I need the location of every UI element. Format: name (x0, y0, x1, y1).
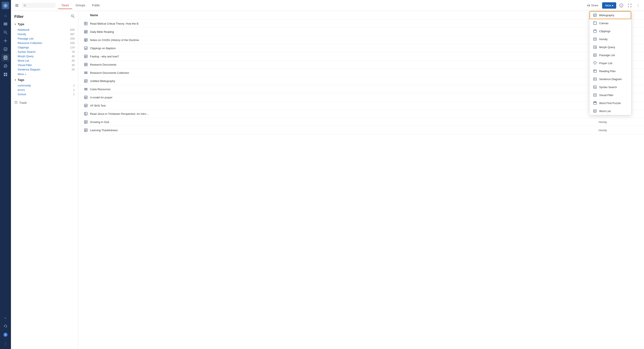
filter-word-list[interactable]: Word List 36 (14, 58, 75, 63)
list-item[interactable]: Read Biblical Critical Theory: How the B (78, 19, 644, 28)
list-item[interactable]: Research Documents Collection (78, 69, 644, 77)
resource-collection-label: Resource Collection (18, 41, 42, 44)
tag-school-count: 1 (73, 93, 75, 96)
filter-notebook[interactable]: Notebook 626 (14, 27, 75, 32)
library-nav-icon[interactable] (2, 20, 9, 28)
toolbar-search-box[interactable] (22, 3, 56, 8)
filter-syntax-search[interactable]: Syntax Search 78 (14, 50, 75, 54)
word-list-label: Word List (18, 59, 29, 62)
notification-badge-container[interactable] (2, 323, 9, 330)
filter-sentence-diagram[interactable]: Sentence Diagram 34 (14, 67, 75, 72)
svg-rect-40 (84, 38, 87, 41)
new-button[interactable]: New ▾ (602, 2, 616, 9)
word-list-count: 36 (72, 59, 75, 62)
collapse-icon[interactable]: « (2, 314, 9, 322)
svg-line-6 (6, 33, 7, 34)
badge-container[interactable]: 3 (2, 331, 9, 339)
filter-type-header[interactable]: ▼ Type (14, 22, 75, 26)
syntax-search-label: Syntax Search (18, 50, 36, 53)
list-item[interactable]: Learning Thankfulness Homily (78, 126, 644, 134)
list-item[interactable]: Growing in God Homily (78, 118, 644, 126)
svg-rect-54 (84, 72, 88, 73)
resource-collection-count: 206 (70, 41, 75, 44)
row-type-9: Resource Collection (598, 88, 641, 91)
row-type-11: Visual Filter (598, 104, 641, 107)
search-nav-icon[interactable] (2, 28, 9, 36)
toolbar-tabs: Yours Groups Public (58, 2, 103, 9)
filter-homily[interactable]: Homily 387 (14, 32, 75, 36)
svg-rect-19 (6, 75, 7, 76)
list-item[interactable]: Fasting - why and how? (78, 52, 644, 60)
filter-search-icon[interactable] (71, 14, 75, 19)
row-icon-9 (82, 87, 90, 91)
list-item[interactable]: A model for prayer Homily (78, 93, 644, 101)
grid-nav-icon[interactable] (2, 71, 9, 78)
row-name-10: A model for prayer (90, 96, 598, 99)
row-name-1: Read Biblical Critical Theory: How the B (90, 22, 598, 25)
row-name-9: Carta Resources (90, 88, 598, 91)
list-item[interactable]: Carta Resources Resource Collection (78, 85, 644, 93)
tab-groups[interactable]: Groups (72, 2, 88, 9)
list-item[interactable]: VF BHS Test Visual Filter (78, 101, 644, 110)
share-button[interactable]: Share (585, 2, 600, 8)
filter-more-link[interactable]: More » (14, 72, 75, 76)
svg-text:V: V (5, 4, 6, 7)
row-type-14: Homily (598, 129, 641, 132)
tab-public[interactable]: Public (88, 2, 103, 9)
svg-rect-55 (84, 73, 88, 74)
row-icon-2 (82, 30, 90, 34)
list-item[interactable]: Read Jesus in Trinitarian Perspective: A… (78, 110, 644, 118)
row-type-10: Homily (598, 96, 641, 99)
filter-tags-header[interactable]: ▼ Tags (14, 78, 75, 82)
home-nav-icon[interactable]: ⌂ (2, 12, 9, 19)
refresh-nav-icon (2, 323, 9, 330)
list-item[interactable]: Daily Bible Reading (78, 28, 644, 36)
morph-query-count: 40 (72, 55, 75, 58)
list-item[interactable]: Untitled Bibliography (78, 77, 644, 85)
svg-rect-18 (4, 75, 5, 76)
app-bar-more-icon[interactable]: ⋮ (4, 339, 7, 347)
filter-title: Filter (14, 14, 24, 19)
tag-errors-count: 1 (73, 88, 75, 91)
filter-resource-collection[interactable]: Resource Collection 206 (14, 41, 75, 45)
svg-text:3: 3 (5, 334, 6, 336)
expand-button[interactable] (626, 2, 633, 9)
homily-count: 387 (70, 32, 75, 36)
filter-header: Filter (14, 14, 75, 19)
row-icon-12 (82, 112, 90, 116)
document-nav-icon[interactable] (2, 54, 9, 61)
filter-tag-community[interactable]: community 1 (14, 83, 75, 88)
list-item[interactable]: Research Documents (78, 60, 644, 69)
app-logo[interactable]: V (2, 2, 9, 9)
row-name-12: Read Jesus in Trinitarian Perspective: A… (90, 112, 598, 115)
search-input[interactable] (27, 4, 54, 7)
row-name-3: Notes on CH261 (History of the Doctrine (90, 38, 598, 42)
list-item[interactable]: Notes on CH261 (History of the Doctrine (78, 36, 644, 44)
trash-link[interactable]: Trash (14, 99, 75, 107)
filter-morph-query[interactable]: Morph Query 40 (14, 54, 75, 58)
svg-line-30 (73, 16, 74, 18)
row-icon-5 (82, 54, 90, 58)
filter-visual-filter[interactable]: Visual Filter 35 (14, 63, 75, 67)
checklist-nav-icon[interactable] (2, 45, 9, 53)
tag-errors-label: errors (18, 88, 25, 91)
svg-rect-73 (84, 120, 87, 123)
toolbar-more-button[interactable]: ⋮ (635, 2, 642, 9)
morph-query-label: Morph Query (18, 55, 34, 58)
block-nav-icon[interactable] (2, 62, 9, 70)
type-chevron-icon: ▼ (14, 23, 16, 25)
filter-passage-list[interactable]: Passage List 339 (14, 36, 75, 41)
svg-rect-77 (84, 129, 87, 132)
filter-clippings[interactable]: Clippings 114 (14, 45, 75, 50)
tag-school-label: School (18, 93, 26, 96)
svg-point-25 (24, 4, 26, 6)
filter-tag-errors[interactable]: errors 1 (14, 88, 75, 92)
tab-yours[interactable]: Yours (58, 2, 72, 9)
info-button[interactable]: i (618, 2, 625, 9)
filter-tag-school[interactable]: School 1 (14, 92, 75, 96)
passage-list-count: 339 (70, 37, 75, 40)
list-item[interactable]: Clippings on Baptism (78, 44, 644, 52)
menu-button[interactable] (14, 2, 20, 9)
cross-nav-icon[interactable] (2, 37, 9, 44)
new-label: New (605, 4, 611, 7)
